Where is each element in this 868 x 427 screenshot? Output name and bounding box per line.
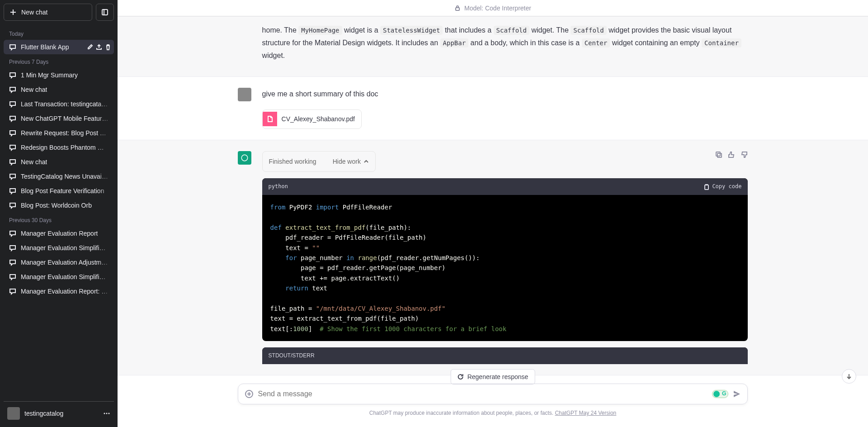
sidebar-item-label: Last Transaction: testingcatalog (21, 100, 108, 108)
sidebar-item[interactable]: New ChatGPT Mobile Features (4, 111, 114, 126)
assistant-message: home. The MyHomePage widget is a Statele… (118, 16, 868, 77)
sidebar-item-label: New chat (21, 158, 47, 166)
delete-icon[interactable] (105, 44, 111, 50)
chat-icon (9, 144, 16, 151)
attachment-chip[interactable]: CV_Alexey_Shabanov.pdf (262, 109, 362, 129)
username-label: testingcatalog (24, 410, 99, 417)
sidebar-item-label: TestingCatalog News Unavailable (21, 173, 108, 180)
svg-rect-0 (102, 9, 108, 15)
sidebar-toggle-icon (101, 9, 108, 16)
code-Scaffold-2: Scaffold (571, 26, 606, 35)
sidebar-item[interactable]: New chat (4, 155, 114, 169)
sidebar-item[interactable]: TestingCatalog News Unavailable (4, 169, 114, 184)
sidebar-item-label: New ChatGPT Mobile Features (21, 115, 108, 122)
thumbs-down-icon[interactable] (741, 151, 748, 158)
plus-icon (9, 9, 17, 16)
sidebar-item-label: Blog Post Feature Verification (21, 187, 104, 195)
user-avatar-small (238, 88, 251, 101)
code-language-label: python (269, 182, 288, 191)
sidebar-item-label: Blog Post: Worldcoin Orb (21, 202, 92, 209)
user-avatar (7, 407, 20, 420)
sidebar-item-label: Flutter Blank App (21, 43, 69, 51)
new-chat-button[interactable]: New chat (4, 4, 92, 21)
sidebar-item[interactable]: New chat (4, 82, 114, 97)
chat-icon (9, 86, 16, 93)
sidebar: New chat TodayFlutter Blank AppPrevious … (0, 0, 118, 427)
sidebar-item-label: Manager Evaluation Simplification (21, 273, 108, 280)
sidebar-item-label: Redesign Boosts Phantom Wallet (21, 144, 108, 151)
sidebar-item[interactable]: Manager Evaluation Report: Re (4, 284, 114, 299)
code-StatelessWidget: StatelessWidget (380, 26, 443, 35)
sidebar-item[interactable]: 1 Min Mgr Summary (4, 68, 114, 82)
sidebar-item-label: Manager Evaluation Simplification (21, 244, 108, 251)
code-AppBar: AppBar (440, 38, 469, 47)
new-chat-label: New chat (21, 9, 47, 16)
chat-icon (9, 71, 16, 79)
more-icon[interactable] (103, 410, 110, 417)
svg-point-5 (241, 155, 248, 161)
thumbs-up-icon[interactable] (728, 151, 735, 158)
chat-icon (9, 230, 16, 237)
sidebar-item[interactable]: Flutter Blank App (4, 40, 114, 54)
assistant-text: home. The MyHomePage widget is a Statele… (262, 24, 748, 66)
sidebar-item-label: Manager Evaluation Report: Re (21, 288, 108, 295)
message-input[interactable] (258, 390, 708, 398)
stdout-stderr-block: STDOUT/STDERR (262, 347, 748, 364)
working-status-label: Finished working (269, 156, 316, 167)
sidebar-item-label: Manager Evaluation Report (21, 230, 98, 237)
sidebar-item[interactable]: Manager Evaluation Simplification (4, 241, 114, 255)
code-Scaffold: Scaffold (494, 26, 529, 35)
regenerate-button[interactable]: Regenerate response (451, 369, 535, 384)
chat-icon (9, 273, 16, 280)
attachment-filename: CV_Alexey_Shabanov.pdf (282, 110, 361, 128)
sidebar-item-label: Rewrite Request: Blog Post Title (21, 129, 108, 137)
sidebar-item[interactable]: Blog Post: Worldcoin Orb (4, 198, 114, 213)
version-link[interactable]: ChatGPT May 24 Version (555, 410, 616, 416)
conversation-scroll[interactable]: home. The MyHomePage widget is a Statele… (118, 16, 868, 375)
working-status-pill[interactable]: Finished working Hide work (262, 151, 376, 172)
attach-icon[interactable] (245, 389, 254, 399)
scroll-to-bottom-button[interactable] (842, 369, 856, 384)
sidebar-item[interactable]: Rewrite Request: Blog Post Title (4, 126, 114, 140)
send-button[interactable] (733, 390, 741, 398)
chat-icon (9, 202, 16, 209)
sidebar-item[interactable]: Redesign Boosts Phantom Wallet (4, 140, 114, 155)
user-text: give me a short summary of this doc (262, 88, 748, 100)
code-Container: Container (702, 38, 741, 47)
svg-point-1 (104, 413, 105, 414)
svg-rect-4 (456, 8, 459, 10)
grammarly-badge[interactable] (712, 390, 728, 398)
sidebar-item[interactable]: Manager Evaluation Adjustment (4, 255, 114, 270)
chevron-up-icon (363, 159, 369, 164)
chat-icon (9, 115, 16, 122)
message-input-row (238, 384, 748, 404)
chat-icon (9, 244, 16, 251)
composer-area: Regenerate response ChatGPT may produce … (118, 375, 868, 427)
svg-rect-8 (705, 185, 708, 190)
file-icon (263, 112, 277, 126)
sidebar-item[interactable]: Manager Evaluation Report (4, 226, 114, 241)
sidebar-conversation-list: TodayFlutter Blank AppPrevious 7 Days1 M… (4, 26, 114, 398)
sidebar-item-label: Manager Evaluation Adjustment (21, 259, 108, 266)
sidebar-item[interactable]: Blog Post Feature Verification (4, 184, 114, 198)
sidebar-group-title: Previous 7 Days (4, 54, 114, 68)
model-label: Model: Code Interpreter (464, 5, 531, 12)
sidebar-account-row[interactable]: testingcatalog (4, 401, 114, 423)
svg-point-3 (108, 413, 110, 414)
main-area: Model: Code Interpreter home. The MyHome… (118, 0, 868, 427)
hide-sidebar-button[interactable] (96, 4, 114, 21)
svg-rect-6 (717, 153, 722, 157)
hide-work-toggle[interactable]: Hide work (333, 156, 369, 167)
sidebar-item-label: New chat (21, 86, 47, 93)
share-icon[interactable] (96, 44, 102, 50)
sidebar-item[interactable]: Last Transaction: testingcatalog (4, 97, 114, 111)
stdout-stderr-label: STDOUT/STDERR (262, 347, 748, 364)
disclaimer-text: ChatGPT may produce inaccurate informati… (238, 410, 748, 416)
chat-icon (9, 259, 16, 266)
edit-icon[interactable] (87, 44, 93, 50)
copy-code-button[interactable]: Copy code (703, 182, 741, 191)
copy-icon[interactable] (715, 151, 722, 158)
lock-icon (454, 5, 461, 11)
assistant-code-message: Finished working Hide work (118, 140, 868, 376)
sidebar-item[interactable]: Manager Evaluation Simplification (4, 270, 114, 284)
